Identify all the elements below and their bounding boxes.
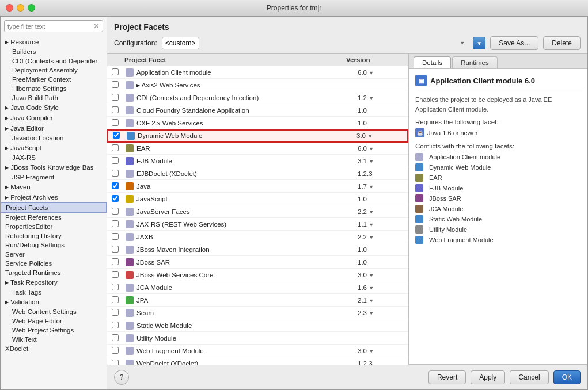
facet-checkbox[interactable] <box>112 347 124 355</box>
config-select-wrapper[interactable]: <custom> <box>162 37 469 49</box>
facet-version[interactable]: 3.1 ▼ <box>358 158 404 165</box>
table-row[interactable]: JBoss Maven Integration1.0 <box>107 243 408 256</box>
version-dropdown-arrow[interactable]: ▼ <box>369 285 374 291</box>
facet-checkbox[interactable] <box>112 182 124 190</box>
delete-button[interactable]: Delete <box>543 36 581 50</box>
table-row[interactable]: EJBDoclet (XDoclet)1.2.3 <box>107 167 408 180</box>
table-row[interactable]: JavaServer Faces2.2 ▼ <box>107 205 408 218</box>
sidebar-item[interactable]: ▸ Resource <box>1 37 107 47</box>
sidebar-item[interactable]: ▸ Project Archives <box>1 192 107 202</box>
sidebar-item[interactable]: Deployment Assembly <box>1 66 107 75</box>
table-row[interactable]: JAX-RS (REST Web Services)1.1 ▼ <box>107 218 408 231</box>
sidebar-item[interactable]: XDoclet <box>1 344 107 353</box>
version-dropdown-arrow[interactable]: ▼ <box>369 311 374 316</box>
sidebar-item[interactable]: Service Policies <box>1 259 107 268</box>
sidebar-item[interactable]: Project References <box>1 213 107 222</box>
version-dropdown-arrow[interactable]: ▼ <box>369 298 374 304</box>
sidebar-item[interactable]: Server <box>1 250 107 259</box>
version-dropdown-arrow[interactable]: ▼ <box>369 349 374 354</box>
version-dropdown-arrow[interactable]: ▼ <box>369 222 374 228</box>
table-row[interactable]: Web Fragment Module3.0 ▼ <box>107 345 408 357</box>
search-input[interactable] <box>7 23 91 30</box>
sidebar-item[interactable]: ▸ Java Editor <box>1 123 107 133</box>
table-row[interactable]: EJB Module3.1 ▼ <box>107 155 408 167</box>
facet-version[interactable]: 3.0 ▼ <box>358 272 404 278</box>
sidebar-item[interactable]: Javadoc Location <box>1 133 107 143</box>
revert-button[interactable]: Revert <box>428 370 466 384</box>
facet-checkbox[interactable] <box>112 195 124 203</box>
sidebar-item[interactable]: JSP Fragment <box>1 173 107 182</box>
facet-checkbox[interactable] <box>112 157 124 165</box>
search-box[interactable]: ✕ <box>4 20 103 32</box>
close-button[interactable] <box>6 4 13 12</box>
ok-button[interactable]: OK <box>553 370 581 384</box>
sidebar-item[interactable]: Project Facets <box>1 202 107 213</box>
config-dropdown-button[interactable]: ▼ <box>473 37 485 49</box>
version-dropdown-arrow[interactable]: ▼ <box>369 235 374 240</box>
sidebar-item[interactable]: FreeMarker Context <box>1 75 107 84</box>
version-dropdown-arrow[interactable]: ▼ <box>369 159 374 165</box>
sidebar-item[interactable]: ▸ Maven <box>1 182 107 192</box>
table-row[interactable]: JavaScript1.0 <box>107 193 408 205</box>
save-as-button[interactable]: Save As... <box>490 36 538 50</box>
sidebar-item[interactable]: Run/Debug Settings <box>1 240 107 250</box>
facet-version[interactable]: 2.1 ▼ <box>358 297 404 304</box>
sidebar-item[interactable]: ▸ JavaScript <box>1 143 107 153</box>
table-row[interactable]: Seam2.3 ▼ <box>107 307 408 319</box>
version-dropdown-arrow[interactable]: ▼ <box>367 133 373 139</box>
table-row[interactable]: CXF 2.x Web Services1.0 <box>107 117 408 129</box>
table-row[interactable]: JBoss SAR1.0 <box>107 256 408 269</box>
table-row[interactable]: Utility Module <box>107 332 408 345</box>
table-row[interactable]: Application Client module6.0 ▼ <box>107 66 408 79</box>
facet-checkbox[interactable] <box>112 144 124 152</box>
sidebar-item[interactable]: JAX-RS <box>1 153 107 162</box>
facet-version[interactable]: 6.0 ▼ <box>358 145 404 152</box>
facet-checkbox[interactable] <box>112 284 124 292</box>
table-row[interactable]: JBoss Web Services Core3.0 ▼ <box>107 269 408 281</box>
facet-checkbox[interactable] <box>112 81 124 89</box>
detail-tab-details[interactable]: Details <box>414 56 451 68</box>
sidebar-item[interactable]: Targeted Runtimes <box>1 268 107 277</box>
facet-checkbox[interactable] <box>113 132 126 140</box>
facet-checkbox[interactable] <box>112 106 124 114</box>
sidebar-item[interactable]: CDI (Contexts and Depender <box>1 56 107 66</box>
search-clear-button[interactable]: ✕ <box>93 22 100 30</box>
facet-version[interactable]: 1.7 ▼ <box>358 183 404 190</box>
detail-tab-runtimes[interactable]: Runtimes <box>452 56 498 68</box>
facet-version[interactable]: 2.3 ▼ <box>358 309 404 316</box>
facet-version[interactable]: 6.0 ▼ <box>358 69 404 76</box>
sidebar-item[interactable]: Java Build Path <box>1 93 107 102</box>
sidebar-item[interactable]: Builders <box>1 47 107 56</box>
minimize-button[interactable] <box>17 4 24 12</box>
facet-checkbox[interactable] <box>112 334 124 342</box>
version-dropdown-arrow[interactable]: ▼ <box>369 70 374 76</box>
sidebar-item[interactable]: Web Page Editor <box>1 316 107 326</box>
table-row[interactable]: WebDoclet (XDoclet)1.2.3 <box>107 357 408 365</box>
facet-version[interactable]: 1.2 ▼ <box>358 94 404 101</box>
table-row[interactable]: Static Web Module <box>107 319 408 332</box>
facet-checkbox[interactable] <box>112 119 124 127</box>
window-controls[interactable] <box>6 4 35 12</box>
version-dropdown-arrow[interactable]: ▼ <box>369 273 374 278</box>
facet-checkbox[interactable] <box>112 246 124 254</box>
table-row[interactable]: EAR6.0 ▼ <box>107 142 408 155</box>
sidebar-item[interactable]: Web Content Settings <box>1 307 107 316</box>
sidebar-item[interactable]: ▸ Java Compiler <box>1 113 107 123</box>
sidebar-item[interactable]: Hibernate Settings <box>1 84 107 93</box>
sidebar-item[interactable]: Task Tags <box>1 288 107 297</box>
apply-button[interactable]: Apply <box>471 370 505 384</box>
version-dropdown-arrow[interactable]: ▼ <box>369 146 374 152</box>
facet-version[interactable]: 3.0 ▼ <box>356 132 403 139</box>
facet-version[interactable]: 3.0 ▼ <box>358 347 404 354</box>
table-row[interactable]: Cloud Foundry Standalone Application1.0 <box>107 104 408 117</box>
sidebar-item[interactable]: ▸ Java Code Style <box>1 102 107 113</box>
sidebar-item[interactable]: ▸ JBoss Tools Knowledge Bas <box>1 162 107 173</box>
facet-version[interactable]: 1.1 ▼ <box>358 221 404 228</box>
facet-version[interactable]: 1.6 ▼ <box>358 284 404 291</box>
sidebar-item[interactable]: WikiText <box>1 335 107 344</box>
version-dropdown-arrow[interactable]: ▼ <box>369 184 374 190</box>
facet-checkbox[interactable] <box>112 68 124 77</box>
table-row[interactable]: ▸ Axis2 Web Services <box>107 79 408 91</box>
version-dropdown-arrow[interactable]: ▼ <box>369 95 374 101</box>
sidebar-item[interactable]: Web Project Settings <box>1 326 107 335</box>
